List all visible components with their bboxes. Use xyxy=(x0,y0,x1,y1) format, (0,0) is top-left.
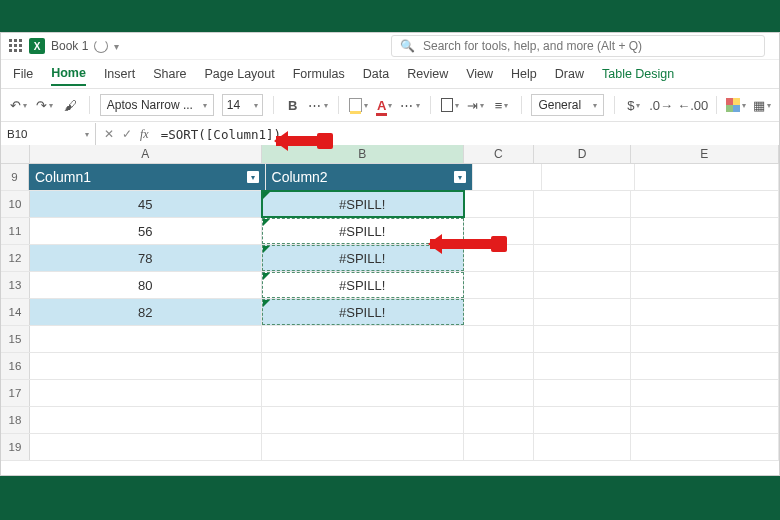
cell[interactable] xyxy=(262,434,464,460)
cell[interactable] xyxy=(631,218,779,244)
table-header-col2[interactable]: Column2▾ xyxy=(266,164,474,190)
select-all-corner[interactable] xyxy=(1,145,30,163)
cell-col1[interactable]: 45 xyxy=(30,191,262,217)
col-header-d[interactable]: D xyxy=(534,145,631,163)
col-header-a[interactable]: A xyxy=(30,145,262,163)
cell[interactable] xyxy=(631,245,779,271)
more-color-button[interactable]: ⋯ xyxy=(402,95,420,115)
row-header[interactable]: 16 xyxy=(1,353,30,379)
title-chevron-icon[interactable]: ▾ xyxy=(114,41,119,52)
cell-styles-button[interactable]: ▦ xyxy=(753,95,771,115)
cell-col1[interactable]: 80 xyxy=(30,272,262,298)
cell[interactable] xyxy=(542,164,636,190)
currency-button[interactable]: $ xyxy=(625,95,643,115)
undo-button[interactable]: ↶ xyxy=(9,95,27,115)
tab-file[interactable]: File xyxy=(13,63,33,85)
search-box[interactable]: 🔍 xyxy=(391,35,765,57)
cell[interactable] xyxy=(534,191,631,217)
tab-view[interactable]: View xyxy=(466,63,493,85)
cell[interactable] xyxy=(464,434,535,460)
row-header[interactable]: 15 xyxy=(1,326,30,352)
decrease-decimal-button[interactable]: .0→ xyxy=(651,95,672,115)
cell[interactable] xyxy=(534,299,631,325)
search-input[interactable] xyxy=(421,38,756,54)
fill-color-button[interactable] xyxy=(349,95,368,115)
filter-dropdown-icon[interactable]: ▾ xyxy=(247,171,259,183)
format-painter-button[interactable]: 🖌 xyxy=(61,95,79,115)
bold-button[interactable]: B xyxy=(284,95,302,115)
col-header-c[interactable]: C xyxy=(464,145,535,163)
row-header[interactable]: 13 xyxy=(1,272,30,298)
row-header[interactable]: 9 xyxy=(1,164,29,190)
conditional-format-button[interactable] xyxy=(727,95,745,115)
tab-share[interactable]: Share xyxy=(153,63,186,85)
cell[interactable] xyxy=(635,164,779,190)
cell[interactable] xyxy=(30,326,262,352)
col-header-b[interactable]: B xyxy=(262,145,464,163)
error-indicator-icon[interactable] xyxy=(263,300,270,307)
row-header[interactable]: 10 xyxy=(1,191,30,217)
cell-col1[interactable]: 56 xyxy=(30,218,262,244)
tab-home[interactable]: Home xyxy=(51,62,86,86)
filter-dropdown-icon[interactable]: ▾ xyxy=(454,171,466,183)
table-header-col1[interactable]: Column1▾ xyxy=(29,164,266,190)
more-font-button[interactable]: ⋯ xyxy=(310,95,328,115)
fx-icon[interactable]: fx xyxy=(140,127,149,142)
borders-button[interactable] xyxy=(441,95,459,115)
cell[interactable] xyxy=(30,380,262,406)
row-header[interactable]: 18 xyxy=(1,407,30,433)
merge-button[interactable]: ⇥ xyxy=(467,95,485,115)
font-name-select[interactable]: Aptos Narrow ...▾ xyxy=(100,94,214,116)
cell[interactable] xyxy=(473,164,541,190)
font-size-select[interactable]: 14▾ xyxy=(222,94,263,116)
row-header[interactable]: 14 xyxy=(1,299,30,325)
cell-col2[interactable]: #SPILL! xyxy=(262,191,464,217)
tab-insert[interactable]: Insert xyxy=(104,63,135,85)
cell[interactable] xyxy=(534,272,631,298)
cell[interactable] xyxy=(631,407,779,433)
tab-help[interactable]: Help xyxy=(511,63,537,85)
cell[interactable] xyxy=(631,380,779,406)
cell[interactable] xyxy=(631,191,779,217)
error-indicator-icon[interactable] xyxy=(263,219,270,226)
cell[interactable] xyxy=(30,407,262,433)
cell[interactable] xyxy=(534,434,631,460)
redo-button[interactable]: ↷ xyxy=(35,95,53,115)
cell[interactable] xyxy=(30,434,262,460)
font-color-button[interactable]: A xyxy=(376,95,394,115)
cell-col2[interactable]: #SPILL! xyxy=(262,272,464,298)
cell[interactable] xyxy=(464,380,535,406)
cell-col1[interactable]: 78 xyxy=(30,245,262,271)
accept-formula-button[interactable]: ✓ xyxy=(122,127,132,141)
cell[interactable] xyxy=(534,218,631,244)
cell-col1[interactable]: 82 xyxy=(30,299,262,325)
error-indicator-icon[interactable] xyxy=(263,192,270,199)
cancel-formula-button[interactable]: ✕ xyxy=(104,127,114,141)
row-header[interactable]: 17 xyxy=(1,380,30,406)
cell[interactable] xyxy=(534,326,631,352)
cell[interactable] xyxy=(534,353,631,379)
cell[interactable] xyxy=(534,245,631,271)
cell[interactable] xyxy=(262,353,464,379)
tab-table-design[interactable]: Table Design xyxy=(602,63,674,85)
cell[interactable] xyxy=(631,353,779,379)
name-box[interactable]: B10▾ xyxy=(1,123,96,145)
tab-formulas[interactable]: Formulas xyxy=(293,63,345,85)
cell[interactable] xyxy=(534,407,631,433)
formula-input[interactable] xyxy=(157,127,779,142)
row-header[interactable]: 19 xyxy=(1,434,30,460)
cell[interactable] xyxy=(631,326,779,352)
cell[interactable] xyxy=(464,272,535,298)
cell[interactable] xyxy=(262,380,464,406)
tab-data[interactable]: Data xyxy=(363,63,389,85)
col-header-e[interactable]: E xyxy=(631,145,779,163)
cell[interactable] xyxy=(464,299,535,325)
align-button[interactable]: ≡ xyxy=(493,95,511,115)
app-launcher-icon[interactable] xyxy=(9,39,23,53)
cell[interactable] xyxy=(262,326,464,352)
cell[interactable] xyxy=(464,353,535,379)
cell[interactable] xyxy=(262,407,464,433)
cell[interactable] xyxy=(464,407,535,433)
cell[interactable] xyxy=(631,299,779,325)
increase-decimal-button[interactable]: ←.00 xyxy=(679,95,706,115)
